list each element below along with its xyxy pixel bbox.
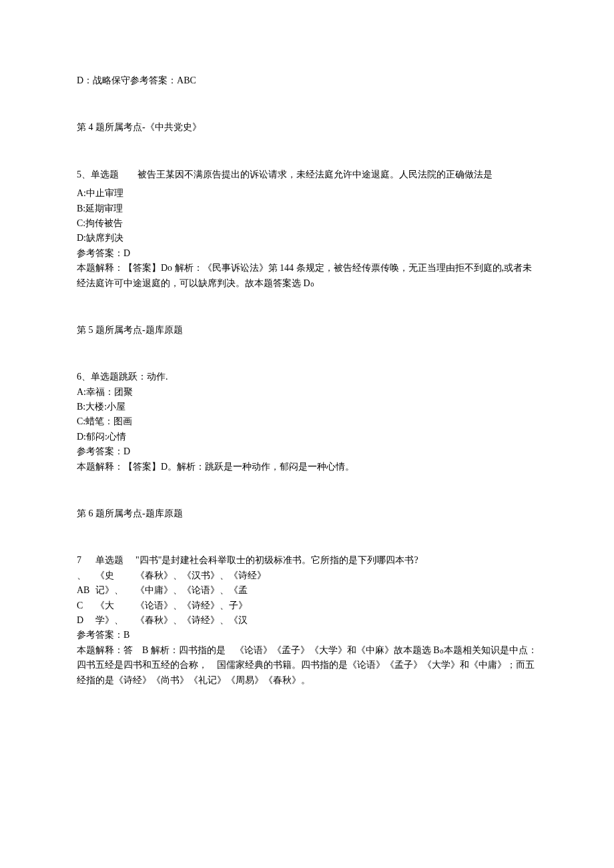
question-6-block: 6、单选题跳跃：动作. A:幸福：团聚 B:大楼:小屋 C:蜡笔：图画 D:郁闷… — [77, 370, 537, 474]
q7-rowC-c3: 《论语》、《诗经》、子》 — [135, 598, 537, 613]
option-d: D:郁闷:心情 — [77, 430, 537, 444]
topic-text: 第 5 题所属考点-题库原题 — [77, 323, 537, 338]
q7-rowC-c2: 《大 — [95, 598, 129, 613]
option-b: B:延期审理 — [77, 201, 537, 216]
q7-rowD-c2: 学》、 — [95, 613, 129, 628]
q7-num: 7 — [77, 553, 89, 568]
question-5-topic: 第 5 题所属考点-题库原题 — [77, 323, 537, 338]
topic-text: 第 4 题所属考点-《中共党史》 — [77, 120, 537, 135]
q7-rowA-c1: 、 — [77, 568, 89, 583]
topic-text: 第 6 题所属考点-题库原题 — [77, 506, 537, 521]
option-c: C:蜡笔：图画 — [77, 414, 537, 429]
answer: 参考答案：B — [77, 628, 537, 642]
q7-text: "四书"是封建社会科举取士的初级标准书。它所指的是下列哪四本书? — [135, 553, 537, 568]
document-page: D：战略保守参考答案：ABC 第 4 题所属考点-《中共党史》 5、单选题 被告… — [0, 0, 614, 868]
q7-rowB-c3: 《中庸》、《论语》、《孟 — [135, 583, 537, 598]
question-4-block: D：战略保守参考答案：ABC — [77, 73, 537, 88]
option-d: D：战略保守参考答案：ABC — [77, 73, 537, 88]
option-c: C:拘传被告 — [77, 216, 537, 231]
explanation: 本题解释：【答案】D。解析：跳跃是一种动作，郁闷是一种心情。 — [77, 460, 537, 474]
option-b: B:大楼:小屋 — [77, 400, 537, 414]
question-6-topic: 第 6 题所属考点-题库原题 — [77, 506, 537, 521]
question-header: 6、单选题跳跃：动作. — [77, 370, 537, 384]
question-7-grid: 7 单选题 "四书"是封建社会科举取士的初级标准书。它所指的是下列哪四本书? 、… — [77, 553, 537, 628]
q7-rowA-c3: 《春秋》、《汉书》、《诗经》 — [135, 568, 537, 583]
option-a: A:幸福：团聚 — [77, 385, 537, 400]
q7-rowB-c1: AB — [77, 583, 89, 598]
q7-rowC-c1: C — [77, 598, 89, 613]
answer: 参考答案：D — [77, 444, 537, 459]
answer: 参考答案：D — [77, 246, 537, 261]
q7-rowA-c2: 《史 — [95, 568, 129, 583]
q7-type: 单选题 — [95, 553, 129, 568]
explanation: 本题解释：答 B 解析：四书指的是 《论语》《孟子》《大学》和《中麻》故本题选 … — [77, 643, 537, 688]
q7-rowD-c1: D — [77, 613, 89, 628]
option-d: D:缺席判决 — [77, 231, 537, 246]
explanation: 本题解释：【答案】Do 解析：《民事诉讼法》第 144 条规定，被告经传票传唤，… — [77, 261, 537, 291]
option-a: A:中止审理 — [77, 186, 537, 201]
question-7-block: 7 单选题 "四书"是封建社会科举取士的初级标准书。它所指的是下列哪四本书? 、… — [77, 553, 537, 688]
q7-rowD-c3: 《春秋》、《诗经》、《汉 — [135, 613, 537, 628]
question-5-block: 5、单选题 被告王某因不满原告提出的诉讼请求，未经法庭允许中途退庭。人民法院的正… — [77, 167, 537, 291]
question-4-topic: 第 4 题所属考点-《中共党史》 — [77, 120, 537, 135]
q7-rowB-c2: 记》、 — [95, 583, 129, 598]
question-header: 5、单选题 被告王某因不满原告提出的诉讼请求，未经法庭允许中途退庭。人民法院的正… — [77, 167, 537, 182]
